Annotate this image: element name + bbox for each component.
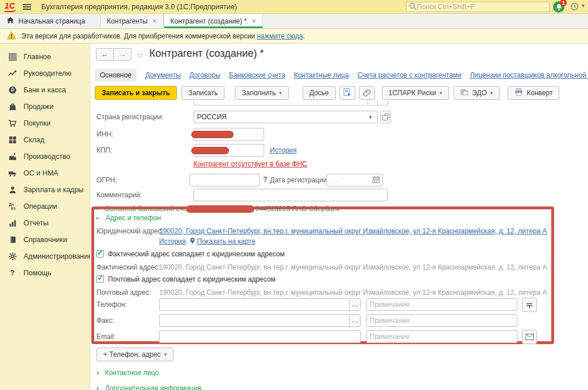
fact-equals-legal-checkbox[interactable]: ✓: [96, 250, 104, 258]
forward-button[interactable]: →: [114, 48, 131, 61]
phone-input[interactable]: [159, 298, 361, 311]
chevron-down-icon: ▾: [279, 90, 282, 96]
chevron-down-icon: ▾: [440, 90, 443, 96]
fns-absent-link[interactable]: Контрагент отсутствует в базе ФНС: [194, 160, 307, 168]
sidebar-item-administrirovanie[interactable]: Администрирование: [0, 248, 90, 264]
open-country-button[interactable]: [380, 111, 391, 123]
close-icon[interactable]: ×: [153, 17, 157, 25]
ogrn-input[interactable]: [189, 174, 260, 186]
send-email-button[interactable]: [522, 330, 537, 344]
warning-text: Эта версия для разработчиков. Для приобр…: [21, 32, 305, 40]
save-button[interactable]: Записать: [181, 86, 225, 100]
history-nav: ← →: [96, 48, 131, 61]
ruble-circle-icon: ₽: [8, 85, 17, 94]
tab-osnovnoe[interactable]: Основное: [95, 69, 137, 81]
chevron-down-icon[interactable]: ▾: [369, 114, 372, 120]
tab-home[interactable]: Начальная страница: [0, 14, 100, 28]
tab-kontragenty[interactable]: Контрагенты ×: [100, 14, 164, 28]
legal-address-link[interactable]: 190020, Город Санкт-Петербург, вн.тер.г.…: [159, 227, 547, 235]
attachments-button[interactable]: [359, 86, 375, 100]
redacted-inn: [191, 131, 234, 138]
sidebar-item-otchety[interactable]: Отчеты: [0, 214, 90, 231]
back-button[interactable]: ←: [96, 48, 114, 61]
sidebar-label: Операции: [24, 202, 57, 210]
show-on-map-link[interactable]: Показать на карте: [197, 237, 256, 245]
dossier-button[interactable]: Досье: [303, 86, 336, 100]
history-clock-icon[interactable]: [570, 2, 579, 11]
truck-icon: [8, 169, 17, 177]
tab-settlement-accounts[interactable]: Счета расчетов с контрагентами: [357, 71, 461, 79]
sidebar-item-pomosch[interactable]: ? Помощь: [0, 264, 90, 281]
cropped-field: [194, 100, 388, 106]
country-input[interactable]: [194, 111, 378, 123]
contact-person-section[interactable]: › Контактное лицо: [96, 368, 158, 377]
expander-chevron-icon[interactable]: ›: [96, 204, 99, 212]
chevron-down-icon: ▾: [490, 90, 493, 96]
fill-button[interactable]: Заполнить▾: [235, 86, 288, 100]
tab-label: Контрагенты: [107, 17, 148, 25]
address-history-link[interactable]: История: [159, 237, 186, 245]
spark-risks-button[interactable]: 1СПАРК Риски▾: [382, 86, 450, 100]
sections-sidebar: Главное Руководителю ₽ Банк и касса Прод…: [0, 44, 90, 390]
tab-dogovory[interactable]: Договоры: [189, 71, 220, 79]
fact-equals-legal-label[interactable]: Фактический адрес совпадает с юридически…: [108, 250, 285, 258]
sidebar-item-spravochniki[interactable]: Справочники: [0, 231, 90, 248]
post-address-label: Почтовый адрес:: [96, 288, 151, 297]
chevron-down-icon[interactable]: ▾: [582, 2, 585, 9]
tab-dokumenty[interactable]: Документы: [145, 71, 181, 79]
envelope-print-button[interactable]: Конверт: [508, 86, 559, 100]
sidebar-item-os-nma[interactable]: ОС и НМА: [0, 165, 90, 181]
calendar-icon[interactable]: [372, 176, 380, 185]
sidebar-item-operacii[interactable]: ДтКт Операции: [0, 198, 90, 214]
check-icon: ✓: [97, 274, 103, 282]
sidebar-item-sklad[interactable]: Склад: [0, 131, 90, 148]
add-phone-address-button[interactable]: + Телефон, адрес▾: [96, 348, 173, 361]
dossier-spark-button[interactable]: [339, 86, 355, 100]
sidebar-item-bank-kassa[interactable]: ₽ Банк и касса: [0, 81, 90, 98]
tab-alcohol-licenses[interactable]: Лицензии поставщиков алкогольной продукц…: [470, 71, 588, 79]
sidebar-item-pokupki[interactable]: Покупки: [0, 115, 90, 131]
phone-label: Телефон:: [96, 301, 127, 309]
buy-version-link[interactable]: нажмите сюда: [257, 32, 303, 40]
edo-button[interactable]: ЭДО▾: [454, 86, 500, 100]
main-menu-icon[interactable]: [23, 3, 31, 11]
phone-note-input[interactable]: [366, 298, 517, 311]
fax-note-input[interactable]: [366, 314, 517, 327]
page-title: Контрагент (создание) *: [149, 48, 264, 60]
search-input[interactable]: [417, 3, 543, 11]
fax-input[interactable]: [159, 314, 361, 327]
post-equals-legal-checkbox[interactable]: ✓: [96, 275, 104, 283]
email-note-input[interactable]: [366, 330, 517, 343]
dev-version-warning-bar: Эта версия для разработчиков. Для приобр…: [0, 29, 588, 44]
address-section-title[interactable]: Адрес и телефон: [106, 214, 161, 222]
tab-contact-persons[interactable]: Контактные лица: [294, 71, 349, 79]
comment-input[interactable]: [194, 189, 388, 201]
sidebar-item-glavnoe[interactable]: Главное: [0, 48, 90, 65]
tab-kontragent-create[interactable]: Контрагент (создание) * ×: [164, 14, 263, 28]
kpp-history-link[interactable]: История: [270, 146, 297, 154]
sidebar-item-zarplata-kadry[interactable]: Зарплата и кадры: [0, 181, 90, 198]
favorite-star-icon[interactable]: ☆: [136, 49, 144, 60]
tab-bank-accounts[interactable]: Банковские счета: [229, 71, 285, 79]
help-icon[interactable]: ?: [263, 176, 267, 184]
expander-chevron-icon[interactable]: ›: [94, 217, 102, 219]
sidebar-item-prodazhi[interactable]: Продажи: [0, 98, 90, 115]
email-input[interactable]: [159, 330, 361, 343]
close-icon[interactable]: ×: [252, 17, 256, 25]
global-search[interactable]: [406, 2, 550, 12]
map-pin-icon[interactable]: [189, 237, 196, 247]
sidebar-item-rukovoditelyu[interactable]: Руководителю: [0, 65, 90, 81]
phone-picker-button[interactable]: …: [349, 299, 360, 310]
cart-icon: [8, 119, 17, 127]
main-bank-account-link[interactable]: Основной банковский счет:: [105, 205, 192, 213]
post-equals-legal-label[interactable]: Почтовый адрес совпадает с юридическим а…: [108, 275, 276, 283]
printer-icon: [514, 88, 523, 98]
sidebar-item-proizvodstvo[interactable]: Производство: [0, 148, 90, 165]
app-window: 1С Бухгалтерия предприятия, редакция 3.0…: [0, 0, 588, 390]
post-address-value: 190020, Город Санкт-Петербург, вн.тер.г.…: [159, 288, 547, 297]
save-close-button[interactable]: Записать и закрыть: [95, 86, 177, 100]
fax-picker-button[interactable]: …: [349, 315, 360, 326]
additional-info-section[interactable]: › Дополнительная информация: [96, 384, 201, 390]
window-tab-bar: Начальная страница Контрагенты × Контраг…: [0, 14, 588, 29]
phone-actions-button[interactable]: [522, 298, 537, 312]
